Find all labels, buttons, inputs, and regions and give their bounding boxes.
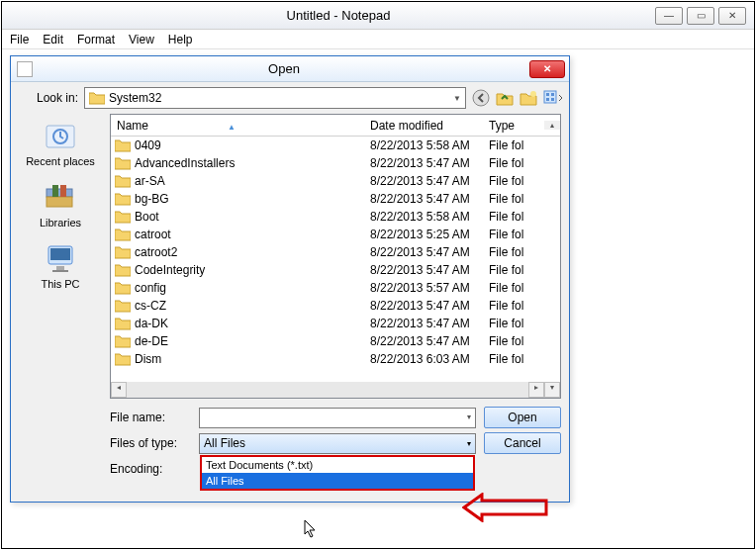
- file-row[interactable]: catroot8/22/2013 5:25 AMFile fol: [111, 226, 560, 243]
- scroll-left-button[interactable]: ◂: [111, 382, 127, 398]
- scroll-down-button[interactable]: ▾: [544, 382, 560, 398]
- notepad-titlebar: Untitled - Notepad — ▭ ✕: [2, 2, 754, 30]
- file-list: Name▲ Date modified Type ▴ 04098/22/2013…: [110, 114, 561, 399]
- file-name: Dism: [135, 352, 370, 366]
- look-in-select[interactable]: System32 ▼: [84, 87, 466, 109]
- column-date[interactable]: Date modified: [370, 119, 489, 133]
- folder-icon: [115, 334, 131, 348]
- sort-ascending-icon: ▲: [228, 123, 236, 132]
- notepad-menubar: File Edit Format View Help: [2, 30, 754, 49]
- files-of-type-select[interactable]: All Files ▾ Text Documents (*.txt) All F…: [199, 433, 476, 454]
- maximize-button[interactable]: ▭: [687, 7, 714, 25]
- menu-file[interactable]: File: [10, 33, 29, 46]
- minimize-button[interactable]: —: [655, 7, 683, 25]
- column-name[interactable]: Name▲: [111, 119, 370, 133]
- column-type[interactable]: Type: [489, 119, 544, 133]
- file-name: config: [135, 281, 370, 295]
- view-menu-icon[interactable]: [543, 89, 561, 107]
- places-bar: Recent places Libraries This PC: [11, 114, 110, 399]
- svg-rect-3: [546, 93, 549, 96]
- chevron-down-icon: ▼: [453, 94, 461, 103]
- chevron-down-icon[interactable]: ▾: [467, 412, 471, 421]
- dialog-titlebar: Open ✕: [11, 56, 569, 82]
- file-type: File fol: [489, 299, 544, 313]
- menu-view[interactable]: View: [129, 33, 154, 46]
- file-row[interactable]: CodeIntegrity8/22/2013 5:47 AMFile fol: [111, 261, 560, 279]
- file-type: File fol: [489, 138, 544, 152]
- dropdown-option-all-files[interactable]: All Files: [202, 473, 473, 489]
- file-date: 8/22/2013 5:25 AM: [370, 228, 489, 241]
- file-row[interactable]: catroot28/22/2013 5:47 AMFile fol: [111, 243, 560, 261]
- horizontal-scrollbar[interactable]: ◂ ▸ ▾: [111, 382, 560, 398]
- scroll-track[interactable]: [127, 382, 528, 398]
- file-row[interactable]: 04098/22/2013 5:58 AMFile fol: [111, 137, 560, 154]
- menu-help[interactable]: Help: [168, 33, 193, 46]
- svg-rect-2: [544, 91, 556, 103]
- file-type: File fol: [489, 352, 544, 366]
- libraries-icon: [43, 179, 78, 215]
- folder-icon: [115, 352, 131, 366]
- svg-rect-9: [47, 189, 72, 197]
- file-name-label: File name:: [110, 411, 191, 424]
- recent-places-icon: [43, 118, 78, 153]
- this-pc-icon: [43, 240, 78, 276]
- file-row[interactable]: de-DE8/22/2013 5:47 AMFile fol: [111, 332, 560, 350]
- file-row[interactable]: da-DK8/22/2013 5:47 AMFile fol: [111, 315, 560, 332]
- file-row[interactable]: config8/22/2013 5:57 AMFile fol: [111, 279, 560, 297]
- menu-format[interactable]: Format: [77, 33, 115, 46]
- svg-point-1: [530, 91, 536, 97]
- place-libraries[interactable]: Libraries: [40, 179, 81, 229]
- dropdown-option-text-documents[interactable]: Text Documents (*.txt): [202, 457, 473, 473]
- new-folder-icon[interactable]: [520, 89, 537, 107]
- folder-icon: [115, 263, 131, 277]
- folder-icon: [115, 317, 131, 330]
- file-type: File fol: [489, 317, 544, 330]
- close-button[interactable]: ✕: [718, 7, 746, 25]
- place-recent[interactable]: Recent places: [26, 118, 95, 167]
- file-type: File fol: [489, 192, 544, 206]
- svg-rect-15: [56, 266, 64, 270]
- cancel-button[interactable]: Cancel: [484, 432, 561, 454]
- folder-icon: [115, 228, 131, 241]
- file-row[interactable]: cs-CZ8/22/2013 5:47 AMFile fol: [111, 297, 560, 315]
- file-date: 8/22/2013 5:58 AM: [370, 138, 489, 152]
- encoding-label: Encoding:: [110, 462, 191, 476]
- scroll-right-button[interactable]: ▸: [528, 382, 544, 398]
- back-icon[interactable]: [472, 89, 490, 107]
- chevron-down-icon: ▾: [467, 439, 471, 448]
- file-name: de-DE: [135, 334, 370, 348]
- file-name-input[interactable]: ▾: [199, 408, 476, 428]
- file-type: File fol: [489, 156, 544, 170]
- file-type: File fol: [489, 334, 544, 348]
- open-button[interactable]: Open: [484, 407, 561, 428]
- file-type: File fol: [489, 281, 544, 295]
- folder-icon: [115, 156, 131, 170]
- file-name: AdvancedInstallers: [135, 156, 370, 170]
- notepad-window: Untitled - Notepad — ▭ ✕ File Edit Forma…: [1, 1, 755, 549]
- file-row[interactable]: Dism8/22/2013 6:03 AMFile fol: [111, 350, 560, 368]
- place-this-pc[interactable]: This PC: [41, 240, 79, 290]
- cursor-icon: [304, 519, 320, 543]
- file-type: File fol: [489, 174, 544, 188]
- svg-rect-14: [50, 248, 70, 260]
- file-date: 8/22/2013 5:47 AM: [370, 317, 489, 330]
- file-name: 0409: [135, 138, 370, 152]
- file-name: cs-CZ: [135, 299, 370, 313]
- file-row[interactable]: bg-BG8/22/2013 5:47 AMFile fol: [111, 190, 560, 208]
- file-name: ar-SA: [135, 174, 370, 188]
- menu-edit[interactable]: Edit: [43, 33, 63, 46]
- file-row[interactable]: ar-SA8/22/2013 5:47 AMFile fol: [111, 172, 560, 190]
- scroll-up-button[interactable]: ▴: [544, 121, 560, 130]
- svg-rect-4: [551, 93, 554, 96]
- file-row[interactable]: Boot8/22/2013 5:58 AMFile fol: [111, 208, 560, 226]
- dialog-close-button[interactable]: ✕: [529, 60, 565, 78]
- file-type: File fol: [489, 263, 544, 277]
- folder-icon: [115, 210, 131, 224]
- file-row[interactable]: AdvancedInstallers8/22/2013 5:47 AMFile …: [111, 154, 560, 172]
- annotation-arrow: [462, 493, 551, 522]
- svg-rect-6: [551, 98, 554, 101]
- column-headers: Name▲ Date modified Type ▴: [111, 115, 560, 137]
- file-type: File fol: [489, 245, 544, 259]
- file-name: bg-BG: [135, 192, 370, 206]
- up-one-level-icon[interactable]: [496, 89, 514, 107]
